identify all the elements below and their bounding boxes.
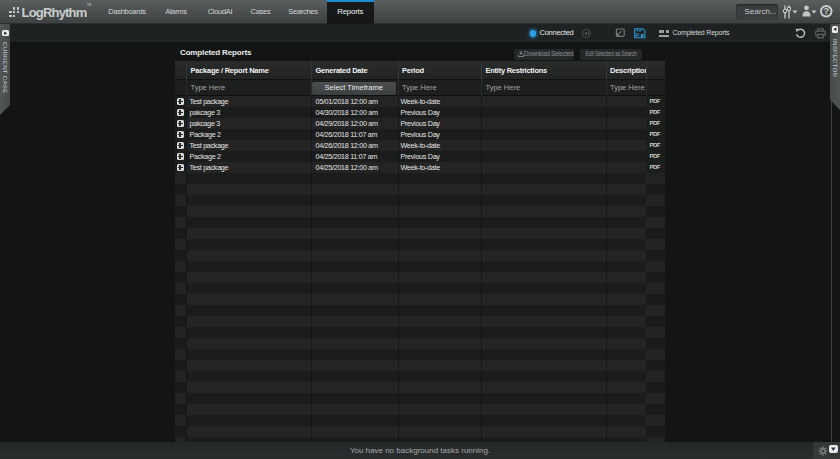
svg-text:?: ?	[823, 6, 829, 16]
